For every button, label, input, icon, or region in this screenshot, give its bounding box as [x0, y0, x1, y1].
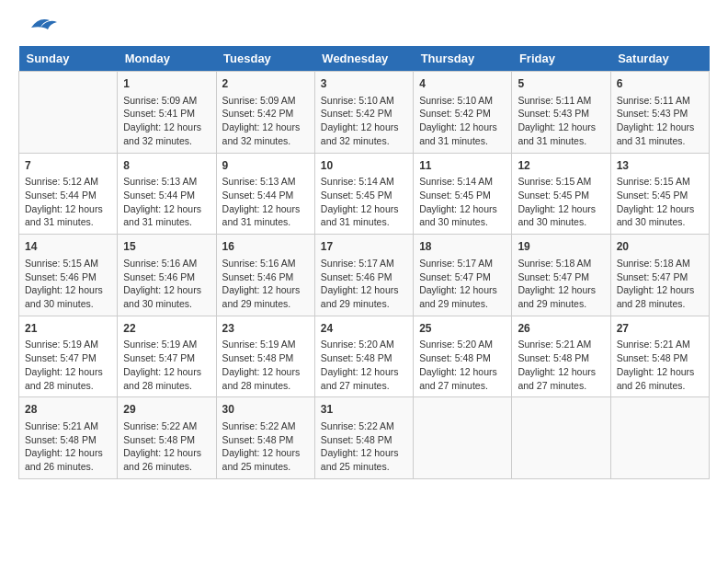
- day-info: Sunrise: 5:14 AM: [419, 175, 506, 189]
- day-info: Sunset: 5:45 PM: [518, 189, 604, 202]
- day-info: Daylight: 12 hours: [518, 283, 604, 297]
- day-info: Daylight: 12 hours: [321, 365, 407, 379]
- calendar-cell: 22Sunrise: 5:19 AMSunset: 5:47 PMDayligh…: [118, 316, 216, 397]
- day-info: Sunrise: 5:19 AM: [25, 338, 111, 351]
- calendar-cell: 9Sunrise: 5:13 AMSunset: 5:44 PMDaylight…: [216, 153, 314, 235]
- day-info: and 28 minutes.: [617, 297, 703, 311]
- day-info: Sunrise: 5:12 AM: [25, 175, 111, 189]
- calendar-cell: [19, 72, 118, 154]
- day-info: Daylight: 12 hours: [25, 365, 111, 379]
- day-info: Sunrise: 5:20 AM: [419, 338, 506, 351]
- day-number: 2: [222, 76, 309, 92]
- calendar-cell: 23Sunrise: 5:19 AMSunset: 5:48 PMDayligh…: [216, 316, 314, 397]
- day-info: Sunset: 5:47 PM: [419, 270, 506, 284]
- day-info: Daylight: 12 hours: [123, 446, 210, 460]
- day-info: and 29 minutes.: [518, 297, 604, 311]
- day-number: 16: [222, 239, 309, 255]
- day-number: 22: [123, 321, 210, 337]
- day-info: and 31 minutes.: [222, 215, 309, 229]
- calendar-cell: 20Sunrise: 5:18 AMSunset: 5:47 PMDayligh…: [610, 235, 709, 316]
- calendar-cell: 21Sunrise: 5:19 AMSunset: 5:47 PMDayligh…: [19, 316, 118, 397]
- day-number: 4: [419, 76, 506, 92]
- day-info: Sunset: 5:44 PM: [25, 189, 111, 202]
- day-info: Daylight: 12 hours: [518, 121, 604, 134]
- day-info: Sunset: 5:43 PM: [518, 107, 604, 121]
- day-info: Sunrise: 5:16 AM: [222, 257, 309, 270]
- day-number: 24: [321, 321, 407, 337]
- calendar-cell: 6Sunrise: 5:11 AMSunset: 5:43 PMDaylight…: [610, 72, 709, 154]
- day-number: 30: [222, 402, 309, 418]
- day-info: and 30 minutes.: [617, 215, 703, 229]
- calendar-cell: 17Sunrise: 5:17 AMSunset: 5:46 PMDayligh…: [314, 235, 413, 316]
- day-info: and 26 minutes.: [617, 379, 703, 393]
- day-info: Sunset: 5:47 PM: [518, 270, 604, 284]
- day-info: Sunset: 5:41 PM: [123, 107, 210, 121]
- day-number: 17: [321, 239, 407, 255]
- day-info: Sunset: 5:48 PM: [321, 351, 407, 365]
- day-info: and 28 minutes.: [25, 379, 111, 393]
- day-info: Sunrise: 5:16 AM: [123, 257, 210, 270]
- day-info: Sunset: 5:48 PM: [419, 351, 506, 365]
- calendar-cell: 7Sunrise: 5:12 AMSunset: 5:44 PMDaylight…: [19, 153, 118, 235]
- day-number: 25: [419, 321, 506, 337]
- day-info: Daylight: 12 hours: [123, 283, 210, 297]
- day-number: 28: [25, 402, 111, 418]
- calendar-table: SundayMondayTuesdayWednesdayThursdayFrid…: [18, 46, 710, 479]
- day-info: Daylight: 12 hours: [617, 202, 703, 216]
- day-number: 31: [321, 402, 407, 418]
- day-info: Sunset: 5:47 PM: [25, 351, 111, 365]
- day-info: Daylight: 12 hours: [321, 446, 407, 460]
- day-info: Sunrise: 5:18 AM: [518, 257, 604, 270]
- day-number: 23: [222, 321, 309, 337]
- day-number: 1: [123, 76, 210, 92]
- calendar-cell: 31Sunrise: 5:22 AMSunset: 5:48 PMDayligh…: [314, 397, 413, 479]
- day-number: 27: [617, 321, 703, 337]
- day-number: 26: [518, 321, 604, 337]
- day-info: Sunset: 5:44 PM: [123, 189, 210, 202]
- day-info: and 31 minutes.: [419, 134, 506, 148]
- day-number: 29: [123, 402, 210, 418]
- day-info: Sunset: 5:48 PM: [518, 351, 604, 365]
- col-header-monday: Monday: [118, 46, 216, 72]
- day-info: Daylight: 12 hours: [518, 202, 604, 216]
- calendar-cell: [414, 397, 512, 479]
- calendar-cell: 10Sunrise: 5:14 AMSunset: 5:45 PMDayligh…: [314, 153, 413, 235]
- day-info: Daylight: 12 hours: [123, 202, 210, 216]
- day-info: and 28 minutes.: [222, 379, 309, 393]
- day-info: and 25 minutes.: [222, 460, 309, 474]
- day-number: 10: [321, 158, 407, 174]
- day-info: Sunset: 5:46 PM: [25, 270, 111, 284]
- calendar-week-row: 7Sunrise: 5:12 AMSunset: 5:44 PMDaylight…: [19, 153, 710, 235]
- calendar-cell: 8Sunrise: 5:13 AMSunset: 5:44 PMDaylight…: [118, 153, 216, 235]
- day-info: and 30 minutes.: [419, 215, 506, 229]
- calendar-cell: 25Sunrise: 5:20 AMSunset: 5:48 PMDayligh…: [414, 316, 512, 397]
- day-info: Sunrise: 5:19 AM: [123, 338, 210, 351]
- calendar-cell: 4Sunrise: 5:10 AMSunset: 5:42 PMDaylight…: [414, 72, 512, 154]
- calendar-cell: 19Sunrise: 5:18 AMSunset: 5:47 PMDayligh…: [512, 235, 610, 316]
- day-info: and 31 minutes.: [25, 215, 111, 229]
- day-info: Sunset: 5:48 PM: [25, 433, 111, 447]
- day-number: 6: [617, 76, 703, 92]
- day-info: and 29 minutes.: [419, 297, 506, 311]
- day-info: Sunrise: 5:15 AM: [25, 257, 111, 270]
- day-info: Sunrise: 5:13 AM: [222, 175, 309, 189]
- day-info: Sunrise: 5:22 AM: [222, 419, 309, 433]
- calendar-week-row: 21Sunrise: 5:19 AMSunset: 5:47 PMDayligh…: [19, 316, 710, 397]
- calendar-cell: 1Sunrise: 5:09 AMSunset: 5:41 PMDaylight…: [118, 72, 216, 154]
- day-info: Sunset: 5:48 PM: [123, 433, 210, 447]
- day-info: and 31 minutes.: [123, 215, 210, 229]
- col-header-saturday: Saturday: [610, 46, 709, 72]
- day-number: 12: [518, 158, 604, 174]
- day-number: 11: [419, 158, 506, 174]
- day-info: Daylight: 12 hours: [222, 202, 309, 216]
- day-info: Sunrise: 5:18 AM: [617, 257, 703, 270]
- day-info: Sunrise: 5:17 AM: [419, 257, 506, 270]
- calendar-cell: 24Sunrise: 5:20 AMSunset: 5:48 PMDayligh…: [314, 316, 413, 397]
- calendar-cell: 14Sunrise: 5:15 AMSunset: 5:46 PMDayligh…: [19, 235, 118, 316]
- col-header-sunday: Sunday: [19, 46, 118, 72]
- day-info: Sunset: 5:45 PM: [617, 189, 703, 202]
- day-number: 5: [518, 76, 604, 92]
- calendar-cell: 11Sunrise: 5:14 AMSunset: 5:45 PMDayligh…: [414, 153, 512, 235]
- day-info: Sunset: 5:47 PM: [617, 270, 703, 284]
- day-info: Sunset: 5:46 PM: [123, 270, 210, 284]
